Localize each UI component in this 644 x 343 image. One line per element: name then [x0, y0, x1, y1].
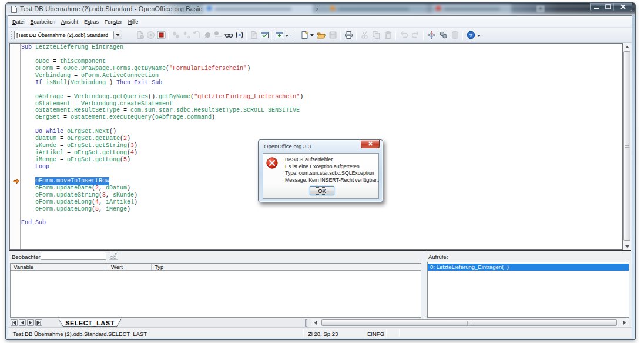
editor-vertical-scrollbar[interactable]: [623, 43, 631, 250]
navigator-button[interactable]: [425, 29, 437, 41]
current-statement-arrow-icon-svg: [13, 178, 20, 184]
code-line-3: oDoc = thisComponent: [21, 58, 622, 65]
select-macro-icon: [260, 31, 269, 39]
paste-button[interactable]: [382, 29, 394, 41]
menu-bearbeiten[interactable]: Bearbeiten: [28, 18, 59, 26]
scroll-down-icon-svg: [625, 245, 629, 248]
find-parentheses-button[interactable]: [234, 29, 244, 41]
status-bar: Test DB Übernahme (2).odb.Standard.SELEC…: [8, 327, 632, 338]
run-button[interactable]: [145, 29, 156, 41]
editor-horizontal-scrollbar[interactable]: [311, 319, 629, 327]
code-line-5: Verbindung = oForm.ActiveConnection: [21, 72, 622, 79]
call-stack-item[interactable]: 0: LetzteLieferung_Eintragen(=): [428, 264, 629, 271]
procedure-step-button[interactable]: [170, 29, 181, 41]
navigator-icon: [427, 31, 436, 39]
help-button[interactable]: ?: [465, 29, 477, 41]
open-button[interactable]: [315, 29, 327, 41]
scroll-left-icon[interactable]: [311, 319, 320, 327]
standard-toolbar-separator: [462, 31, 463, 40]
compile-icon: [136, 31, 145, 39]
new-document-dropdown-icon[interactable]: [310, 29, 315, 41]
macro-toolbar-overflow-icon[interactable]: [284, 29, 290, 41]
watch-input[interactable]: [41, 252, 106, 260]
scroll-down-icon[interactable]: [623, 242, 631, 250]
insert-source-text-button[interactable]: [249, 29, 259, 41]
datasources-button[interactable]: [449, 29, 461, 41]
minimize-button[interactable]: [591, 3, 602, 11]
code-line-25: [21, 213, 622, 220]
watch-enable-button[interactable]: [109, 252, 118, 260]
print-icon: [344, 31, 353, 39]
code-line-12: [21, 121, 622, 128]
menu-ansicht[interactable]: Ansicht: [58, 18, 81, 26]
watch-column-wert[interactable]: Wert: [108, 264, 152, 270]
macro-toolbar-separator: [271, 31, 272, 40]
close-button[interactable]: [614, 3, 632, 11]
dialog-title: OpenOffice.org 3.3: [264, 143, 311, 149]
breakpoint-button[interactable]: [202, 29, 213, 41]
compile-button[interactable]: [135, 29, 145, 41]
save-button[interactable]: [327, 29, 338, 41]
dialog-message-line-2: Es ist eine Exception aufgetreten: [285, 164, 360, 169]
tab-select-last[interactable]: SELECT_LAST: [58, 319, 122, 327]
scroll-right-icon[interactable]: [620, 319, 629, 327]
navigator-icon-svg: [427, 31, 436, 39]
watch-table-header[interactable]: VariableWertTyp: [11, 264, 421, 271]
standard-toolbar-overflow-icon[interactable]: [477, 29, 482, 41]
dialog-close-button[interactable]: [361, 140, 380, 148]
paste-icon: [384, 31, 393, 39]
print-button[interactable]: [343, 29, 354, 41]
select-macro-button[interactable]: [259, 29, 270, 41]
menu-extras[interactable]: Extras: [81, 18, 102, 26]
tab-select-last-label: SELECT_LAST: [58, 319, 122, 327]
watch-column-variable[interactable]: Variable: [11, 264, 108, 270]
scroll-up-icon[interactable]: [623, 43, 631, 51]
horizontal-scrollbar-thumb[interactable]: [321, 319, 617, 326]
status-insert-mode[interactable]: EINFG: [367, 331, 384, 337]
status-cursor-position[interactable]: Zl 20, Sp 23: [308, 331, 338, 337]
menu-fenster[interactable]: Fenster: [102, 18, 125, 26]
vertical-scrollbar-thumb[interactable]: [623, 51, 630, 241]
manage-breakpoints-icon-svg: [214, 31, 223, 39]
enable-watch-button[interactable]: [223, 29, 234, 41]
step-back-icon: [193, 31, 202, 39]
standard-toolbar-separator: [356, 31, 357, 40]
breakpoint-gutter[interactable]: [10, 44, 21, 249]
menu-hilfe[interactable]: Hilfe: [125, 18, 142, 26]
modules-button[interactable]: [274, 29, 284, 41]
tab-scroll-last-button[interactable]: [35, 319, 42, 326]
ok-button[interactable]: OK: [310, 186, 334, 195]
library-select-dropdown-icon[interactable]: [113, 31, 122, 39]
tab-scroll-first-button[interactable]: [11, 319, 18, 326]
code-line-8: oAbfrage = Verbindung.getQueries().getBy…: [21, 94, 622, 101]
tabbar-splitter[interactable]: [305, 319, 307, 327]
undo-button[interactable]: [398, 29, 410, 41]
copy-icon-svg: [372, 31, 381, 39]
library-select[interactable]: [Test DB Übernahme (2).odb].Standard: [14, 31, 122, 39]
redo-button[interactable]: [410, 29, 421, 41]
cut-button[interactable]: [358, 29, 370, 41]
gallery-button[interactable]: [437, 29, 449, 41]
toolbar-grip-2[interactable]: [292, 31, 294, 40]
single-step-button[interactable]: [181, 29, 192, 41]
copy-button[interactable]: [370, 29, 382, 41]
watch-column-typ[interactable]: Typ: [152, 264, 421, 270]
modules-icon: [275, 31, 284, 39]
new-document-button[interactable]: [298, 29, 310, 41]
watch-label: Beobachter:: [12, 254, 42, 260]
maximize-button[interactable]: [602, 3, 614, 11]
scrollbar-thumb-grip: [625, 144, 629, 148]
call-stack-list[interactable]: 0: LetzteLieferung_Eintragen(=): [427, 262, 629, 318]
manage-breakpoints-button[interactable]: [213, 29, 223, 41]
tab-scroll-right-button[interactable]: [27, 319, 34, 326]
status-separator: [386, 329, 387, 337]
open-icon: [317, 31, 326, 39]
stop-button[interactable]: [156, 29, 166, 41]
title-bar[interactable]: x + Test DB Übernahme (2).odb.Standard -…: [6, 3, 635, 15]
toolbar-grip[interactable]: [11, 31, 12, 40]
menu-datei[interactable]: Datei: [9, 18, 28, 26]
step-back-button[interactable]: [192, 29, 202, 41]
watch-table-body[interactable]: [11, 271, 421, 317]
run-icon-svg: [146, 31, 155, 39]
tab-scroll-left-button[interactable]: [19, 319, 26, 326]
